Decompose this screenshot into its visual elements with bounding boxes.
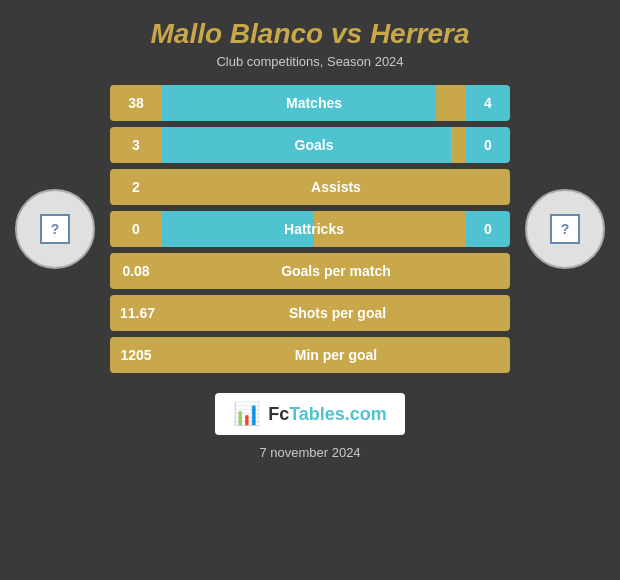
stat-label: Matches bbox=[162, 95, 466, 111]
stat-label: Assists bbox=[162, 179, 510, 195]
header: Mallo Blanco vs Herrera Club competition… bbox=[0, 0, 620, 75]
logo-text: FcTables.com bbox=[268, 404, 387, 425]
stat-bar-container: Assists bbox=[162, 169, 510, 205]
stat-right-val: 4 bbox=[466, 85, 510, 121]
stat-bar-container: Shots per goal bbox=[165, 295, 510, 331]
stat-row-hattricks: 0Hattricks0 bbox=[110, 211, 510, 247]
stat-label: Goals per match bbox=[162, 263, 510, 279]
stat-left-val: 2 bbox=[110, 169, 162, 205]
stat-row-min-per-goal: 1205Min per goal bbox=[110, 337, 510, 373]
avatar-right: ? bbox=[510, 189, 620, 269]
stat-label: Min per goal bbox=[162, 347, 510, 363]
stat-left-val: 0.08 bbox=[110, 253, 162, 289]
stat-left-val: 3 bbox=[110, 127, 162, 163]
stat-left-val: 11.67 bbox=[110, 295, 165, 331]
logo-text-colored: Tables.com bbox=[289, 404, 387, 424]
stat-row-assists: 2Assists bbox=[110, 169, 510, 205]
stat-bar-container: Min per goal bbox=[162, 337, 510, 373]
avatar-circle-right: ? bbox=[525, 189, 605, 269]
stat-bar-container: Hattricks bbox=[162, 211, 466, 247]
stat-right-val: 0 bbox=[466, 211, 510, 247]
avatar-placeholder-left: ? bbox=[40, 214, 70, 244]
bottom-section: 📊 FcTables.com 7 november 2024 bbox=[215, 383, 405, 474]
main-content: ? 38Matches43Goals02Assists0Hattricks00.… bbox=[0, 75, 620, 383]
logo-box: 📊 FcTables.com bbox=[215, 393, 405, 435]
footer-date: 7 november 2024 bbox=[259, 445, 360, 460]
avatar-circle-left: ? bbox=[15, 189, 95, 269]
stat-row-goals: 3Goals0 bbox=[110, 127, 510, 163]
stat-label: Goals bbox=[162, 137, 466, 153]
stat-left-val: 38 bbox=[110, 85, 162, 121]
subtitle: Club competitions, Season 2024 bbox=[10, 54, 610, 69]
stat-left-val: 0 bbox=[110, 211, 162, 247]
stat-label: Hattricks bbox=[162, 221, 466, 237]
stat-left-val: 1205 bbox=[110, 337, 162, 373]
stat-right-val: 0 bbox=[466, 127, 510, 163]
stat-label: Shots per goal bbox=[165, 305, 510, 321]
page-title: Mallo Blanco vs Herrera bbox=[10, 18, 610, 50]
stat-bar-container: Matches bbox=[162, 85, 466, 121]
stats-section: 38Matches43Goals02Assists0Hattricks00.08… bbox=[110, 85, 510, 373]
avatar-left: ? bbox=[0, 189, 110, 269]
stat-bar-container: Goals per match bbox=[162, 253, 510, 289]
stat-row-matches: 38Matches4 bbox=[110, 85, 510, 121]
stat-row-shots-per-goal: 11.67Shots per goal bbox=[110, 295, 510, 331]
avatar-placeholder-right: ? bbox=[550, 214, 580, 244]
stat-row-goals-per-match: 0.08Goals per match bbox=[110, 253, 510, 289]
stat-bar-container: Goals bbox=[162, 127, 466, 163]
logo-icon: 📊 bbox=[233, 401, 260, 427]
